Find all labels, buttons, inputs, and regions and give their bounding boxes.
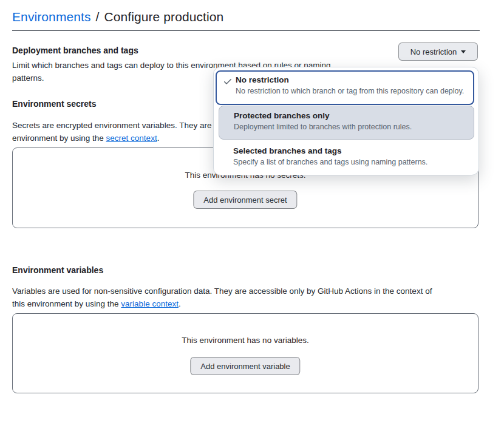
add-environment-secret-button[interactable]: Add environment secret: [193, 191, 297, 209]
menu-item-selected-branches-and-tags[interactable]: Selected branches and tags Specify a lis…: [219, 141, 474, 175]
environment-variables-description: Variables are used for non-sensitive con…: [12, 285, 432, 310]
breadcrumb-current: Configure production: [104, 10, 223, 24]
menu-item-no-restriction[interactable]: No restriction No restriction to which b…: [216, 70, 474, 105]
deployment-policy-dropdown-button[interactable]: No restriction: [398, 42, 478, 61]
configure-environment-page: Environments / Configure production Depl…: [0, 0, 504, 434]
chevron-down-icon: [461, 50, 466, 53]
breadcrumb-environments-link[interactable]: Environments: [12, 10, 91, 24]
menu-item-title: No restriction: [236, 75, 466, 84]
secret-context-link[interactable]: secret context: [106, 134, 157, 143]
add-environment-variable-button[interactable]: Add environment variable: [190, 357, 300, 375]
page-title: Environments / Configure production: [12, 10, 223, 24]
menu-item-description: Deployment limited to branches with prot…: [234, 123, 466, 131]
environment-variables-heading: Environment variables: [12, 265, 103, 275]
breadcrumb-separator: /: [91, 10, 104, 24]
variables-desc-line1: Variables are used for non-sensitive con…: [12, 285, 432, 297]
menu-item-description: Specify a list of branches and tags usin…: [233, 158, 467, 166]
deployment-branches-heading: Deployment branches and tags: [12, 46, 138, 55]
variables-desc-line2: this environment by using the variable c…: [12, 297, 432, 310]
deployment-policy-dropdown-label: No restriction: [410, 47, 457, 56]
menu-item-protected-branches-only[interactable]: Protected branches only Deployment limit…: [219, 106, 474, 140]
menu-item-title: Protected branches only: [234, 111, 466, 120]
deployment-policy-dropdown-menu: No restriction No restriction to which b…: [213, 67, 479, 175]
check-icon: [223, 76, 233, 89]
header-divider: [12, 30, 480, 31]
menu-item-title: Selected branches and tags: [233, 146, 467, 155]
variables-empty-box: This environment has no variables. Add e…: [12, 313, 478, 393]
environment-secrets-heading: Environment secrets: [12, 99, 97, 109]
menu-item-description: No restriction to which branch or tag fr…: [236, 87, 466, 95]
variables-empty-message: This environment has no variables.: [13, 336, 478, 345]
variable-context-link[interactable]: variable context: [121, 299, 179, 308]
